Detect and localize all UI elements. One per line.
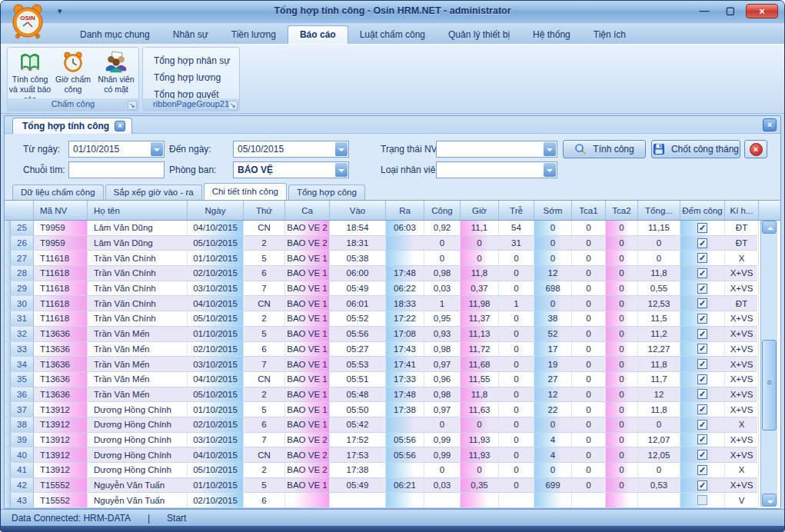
cell-tong[interactable]: 0 — [638, 417, 680, 432]
cell-kih[interactable]: X+VS — [725, 372, 759, 387]
cell-tca1[interactable]: 0 — [572, 478, 606, 493]
dem-cong-checkbox[interactable]: ✓ — [697, 480, 707, 490]
table-row[interactable]: 40T13912Dương Hồng Chính04/10/2015CNBAO … — [5, 447, 757, 463]
cell-dem[interactable]: ✓ — [680, 417, 725, 432]
cell-dem[interactable]: ✓ — [680, 281, 725, 296]
cell-ca[interactable]: BAO VE 2 — [285, 221, 330, 235]
ribbon-tab-item[interactable]: Tiện ích — [582, 26, 637, 44]
cell-hoten[interactable]: Trần Văn Mến — [88, 357, 188, 371]
cell-cong[interactable]: 0 — [424, 251, 461, 265]
cell-tca2[interactable]: 0 — [606, 478, 638, 493]
dem-cong-checkbox[interactable]: ✓ — [697, 298, 707, 308]
cell-tca2[interactable]: 0 — [606, 402, 638, 417]
cell-thu[interactable]: 5 — [244, 478, 285, 493]
table-row[interactable]: 43T15552Nguyễn Văn Tuấn02/10/20156V — [5, 493, 757, 508]
cell-som[interactable] — [534, 493, 572, 507]
cell-ma[interactable]: T11618 — [34, 311, 88, 326]
cell-thu[interactable]: 2 — [244, 236, 285, 251]
den-ngay-dropdown[interactable]: 05/10/2015 — [233, 141, 349, 158]
cell-cong[interactable]: 0,96 — [424, 372, 461, 387]
cell-hoten[interactable]: Trần Văn Chính — [88, 296, 188, 311]
cell-ma[interactable]: T9959 — [34, 221, 88, 235]
cell-tre[interactable]: 0 — [499, 281, 534, 296]
cell-ma[interactable]: T11618 — [34, 266, 88, 281]
cell-ra[interactable]: 17:48 — [386, 266, 424, 281]
cell-hoten[interactable]: Dương Hồng Chính — [88, 402, 188, 417]
column-header-vao[interactable]: Vào — [330, 201, 386, 220]
cell-ca[interactable]: BAO VE 1 — [285, 296, 330, 311]
ribbon-tab-item[interactable]: Hệ thống — [521, 26, 582, 44]
cell-ca[interactable]: BAO VE 1 — [285, 266, 330, 281]
cell-tong[interactable]: 11,2 — [638, 327, 680, 341]
cell-tca1[interactable]: 0 — [572, 417, 606, 432]
chevron-down-icon[interactable] — [151, 142, 163, 156]
ribbon-tab-item[interactable]: Quản lý thiết bị — [437, 26, 521, 44]
cell-ra[interactable]: 06:21 — [386, 478, 424, 493]
cell-cong[interactable]: 0,97 — [424, 402, 461, 417]
cell-thu[interactable]: 2 — [244, 463, 285, 477]
dem-cong-checkbox[interactable]: ✓ — [697, 344, 707, 354]
cell-kih[interactable]: X+VS — [725, 478, 759, 493]
cell-tca2[interactable]: 0 — [606, 387, 638, 402]
cell-dem[interactable]: ✓ — [680, 372, 725, 387]
cell-ngay[interactable]: 05/10/2015 — [188, 311, 244, 326]
cell-kih[interactable]: X+VS — [725, 281, 759, 296]
cell-ma[interactable]: T13912 — [34, 417, 88, 432]
table-row[interactable]: 39T13912Dương Hồng Chính03/10/20157BAO V… — [5, 433, 757, 448]
cell-ngay[interactable]: 02/10/2015 — [188, 493, 244, 507]
cell-tca2[interactable]: 0 — [606, 447, 638, 462]
cell-hoten[interactable]: Nguyễn Văn Tuấn — [88, 493, 188, 507]
cell-kih[interactable]: ĐT — [725, 221, 759, 235]
cell-thu[interactable]: 7 — [244, 281, 285, 296]
cell-ca[interactable]: BAO VE 2 — [285, 433, 330, 447]
cell-ca[interactable]: BAO VE 1 — [285, 342, 330, 357]
cell-tre[interactable] — [499, 493, 534, 507]
cell-ma[interactable]: T11618 — [34, 281, 88, 296]
dem-cong-checkbox[interactable]: ✓ — [697, 434, 707, 444]
row-number[interactable]: 41 — [11, 463, 34, 477]
cell-kih[interactable]: X+VS — [725, 327, 759, 341]
cell-tre[interactable]: 0 — [499, 311, 534, 326]
cell-kih[interactable]: V — [725, 493, 759, 507]
cell-tca2[interactable]: 0 — [606, 357, 638, 371]
cell-ma[interactable]: T13636 — [34, 327, 88, 341]
cell-tong[interactable]: 12,53 — [638, 296, 680, 311]
cell-tca1[interactable]: 0 — [572, 327, 606, 341]
cell-tca2[interactable]: 0 — [606, 221, 638, 235]
table-row[interactable]: 36T13636Trần Văn Mến05/10/20152BAO VE 10… — [5, 387, 757, 403]
cell-thu[interactable]: 5 — [244, 251, 285, 265]
cell-kih[interactable]: X — [725, 417, 759, 432]
cell-tre[interactable]: 0 — [499, 342, 534, 357]
cell-ca[interactable]: BAO VE 2 — [285, 463, 330, 477]
column-header-tca2[interactable]: Tca2 — [606, 201, 638, 220]
chuoi-tim-input[interactable] — [68, 161, 165, 178]
cell-dem[interactable]: ✓ — [680, 236, 725, 251]
view-tab-item[interactable]: Sắp xếp giờ vào - ra — [105, 185, 202, 200]
gio-cham-cong-button[interactable]: Giờ chấm công — [52, 49, 95, 105]
chevron-down-icon[interactable] — [335, 142, 348, 156]
cell-hoten[interactable]: Lâm Văn Dũng — [88, 236, 188, 251]
cell-dem[interactable]: ✓ — [680, 433, 725, 447]
cell-gio[interactable]: 11,1 — [461, 221, 499, 235]
chevron-down-icon[interactable] — [544, 163, 556, 177]
cell-som[interactable]: 22 — [534, 402, 572, 417]
cell-thu[interactable]: 2 — [244, 387, 285, 402]
osin-alarm-clock-logo[interactable]: OSIN — [9, 3, 46, 40]
cell-ca[interactable]: BAO VE 1 — [285, 402, 330, 417]
cell-hoten[interactable]: Trần Văn Mến — [88, 387, 188, 402]
cell-tong[interactable]: 0 — [638, 463, 680, 477]
cell-dem[interactable]: ✓ — [680, 342, 725, 357]
cell-tca1[interactable]: 0 — [572, 387, 606, 402]
cell-tong[interactable]: 0,53 — [638, 478, 680, 493]
cell-tca2[interactable]: 0 — [606, 266, 638, 281]
dem-cong-checkbox[interactable]: ✓ — [697, 284, 707, 294]
row-number[interactable]: 37 — [11, 402, 34, 417]
cell-som[interactable]: 17 — [534, 342, 572, 357]
cell-tre[interactable]: 0 — [499, 251, 534, 265]
cell-tre[interactable]: 0 — [499, 402, 534, 417]
cell-thu[interactable]: 6 — [244, 417, 285, 432]
cell-som[interactable]: 27 — [534, 372, 572, 387]
dem-cong-checkbox[interactable]: ✓ — [697, 314, 707, 324]
cell-som[interactable]: 0 — [534, 221, 572, 235]
cell-tca1[interactable]: 0 — [572, 433, 606, 447]
